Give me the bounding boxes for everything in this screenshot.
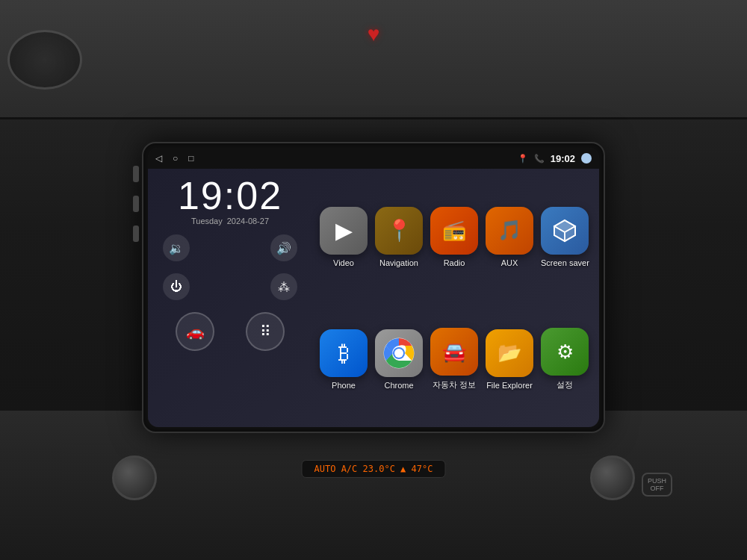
app-label-carinfo: 자동차 정보	[433, 379, 476, 391]
apps-button[interactable]: ⠿	[246, 312, 285, 351]
status-indicator-dot	[581, 153, 592, 164]
status-bar: ◁ ○ □ 📍 📞 19:02	[148, 148, 599, 169]
app-icon-aux: 🎵	[486, 207, 533, 255]
volume-down-button[interactable]: 🔉	[163, 234, 190, 261]
status-icons: 📍 📞 19:02	[518, 153, 592, 164]
left-panel: 19:02 Tuesday 2024-08-27 🔉 🔊	[148, 169, 312, 427]
clock-date: Tuesday 2024-08-27	[157, 217, 303, 225]
app-icon-screensaver	[541, 207, 589, 255]
bezel-side-buttons	[133, 166, 139, 242]
app-label-screensaver: Screen saver	[541, 258, 589, 267]
video-play-icon: ▶	[335, 217, 353, 243]
volume-controls: 🔉 🔊	[157, 231, 303, 264]
volume-up-button[interactable]: 🔊	[270, 234, 297, 261]
dashboard-bottom: AUTO A/C 23.0°C ▲ 47°C PUSHOFF	[0, 411, 747, 560]
app-icon-chrome	[375, 329, 423, 377]
power-button[interactable]: ⏻	[163, 273, 190, 300]
aux-headphone-icon: 🎵	[498, 219, 521, 242]
clock-day: Tuesday	[191, 217, 223, 225]
app-icon-carinfo: 🚘	[430, 328, 478, 376]
bezel-button-2[interactable]	[133, 196, 139, 212]
clock-display: 19:02 Tuesday 2024-08-27	[157, 176, 303, 225]
location-icon: 📍	[518, 154, 528, 164]
clock-date-value: 2024-08-27	[227, 217, 269, 225]
equalizer-icon: ⁂	[278, 280, 290, 294]
volume-down-icon: 🔉	[169, 241, 184, 255]
app-item-chrome[interactable]: Chrome	[375, 302, 423, 417]
app-grid: ▶ Video 📍 Navigation 📻	[312, 169, 599, 427]
car-dashboard-background: ♥ ◁ ○ □ 📍 📞 19:02	[0, 0, 747, 560]
right-knob[interactable]	[590, 455, 635, 500]
back-button[interactable]: ◁	[155, 153, 162, 164]
bluetooth-icon: ₿	[338, 340, 350, 366]
car-mode-button[interactable]: 🚗	[176, 312, 214, 351]
navigation-map-icon: 📍	[386, 218, 412, 243]
app-item-radio[interactable]: 📻 Radio	[430, 179, 478, 294]
apps-grid-icon: ⠿	[260, 323, 271, 340]
app-label-navigation: Navigation	[379, 258, 418, 267]
screensaver-cube-icon	[551, 217, 578, 244]
app-label-fileexplorer: File Explorer	[486, 381, 533, 390]
equalizer-button[interactable]: ⁂	[270, 273, 297, 300]
ac-display: AUTO A/C 23.0°C ▲ 47°C	[302, 460, 446, 478]
app-label-aux: AUX	[501, 258, 518, 267]
recent-button[interactable]: □	[188, 153, 193, 164]
bottom-nav-row: 🚗 ⠿	[157, 309, 303, 354]
app-label-radio: Radio	[444, 258, 465, 267]
app-item-screensaver[interactable]: Screen saver	[541, 179, 589, 294]
android-screen: ◁ ○ □ 📍 📞 19:02 19:02	[148, 148, 599, 427]
clock-time: 19:02	[157, 176, 303, 215]
svg-point-6	[394, 349, 403, 358]
push-off-button[interactable]: PUSHOFF	[642, 473, 672, 497]
app-icon-video: ▶	[320, 207, 368, 255]
app-label-settings: 설정	[557, 379, 573, 391]
app-item-phone[interactable]: ₿ Phone	[320, 302, 368, 417]
app-item-navigation[interactable]: 📍 Navigation	[375, 179, 423, 294]
phone-icon: 📞	[534, 154, 545, 164]
app-icon-phone: ₿	[320, 329, 368, 377]
carinfo-car-icon: 🚘	[442, 340, 466, 364]
app-item-settings[interactable]: ⚙ 설정	[541, 302, 589, 417]
app-item-fileexplorer[interactable]: 📂 File Explorer	[486, 302, 533, 417]
chrome-logo-icon	[382, 337, 415, 370]
main-content: 19:02 Tuesday 2024-08-27 🔉 🔊	[148, 169, 599, 427]
bezel-button-1[interactable]	[133, 166, 139, 182]
power-icon: ⏻	[170, 280, 182, 293]
app-icon-fileexplorer: 📂	[486, 329, 533, 377]
home-button[interactable]: ○	[173, 153, 178, 164]
app-item-video[interactable]: ▶ Video	[320, 179, 368, 294]
app-item-aux[interactable]: 🎵 AUX	[486, 179, 533, 294]
heart-ornament: ♥	[368, 22, 380, 46]
volume-up-icon: 🔊	[276, 241, 291, 255]
dashboard-top: ♥	[0, 0, 747, 119]
speedometer-hint	[7, 30, 82, 90]
fileexplorer-folder-icon: 📂	[498, 341, 521, 364]
app-label-video: Video	[333, 258, 354, 267]
app-icon-radio: 📻	[430, 207, 478, 255]
app-item-carinfo[interactable]: 🚘 자동차 정보	[430, 302, 478, 417]
settings-gear-icon: ⚙	[557, 340, 574, 364]
app-icon-settings: ⚙	[541, 328, 589, 376]
status-time: 19:02	[551, 153, 575, 164]
system-controls: ⏻ ⁂	[157, 270, 303, 303]
car-icon: 🚗	[186, 323, 205, 340]
left-knob[interactable]	[112, 455, 157, 500]
nav-buttons: ◁ ○ □	[155, 153, 194, 164]
app-label-chrome: Chrome	[384, 381, 413, 390]
radio-icon: 📻	[442, 219, 466, 242]
screen-bezel: ◁ ○ □ 📍 📞 19:02 19:02	[142, 142, 605, 433]
app-label-phone: Phone	[332, 381, 356, 390]
app-icon-navigation: 📍	[375, 207, 423, 255]
bezel-button-3[interactable]	[133, 225, 139, 242]
